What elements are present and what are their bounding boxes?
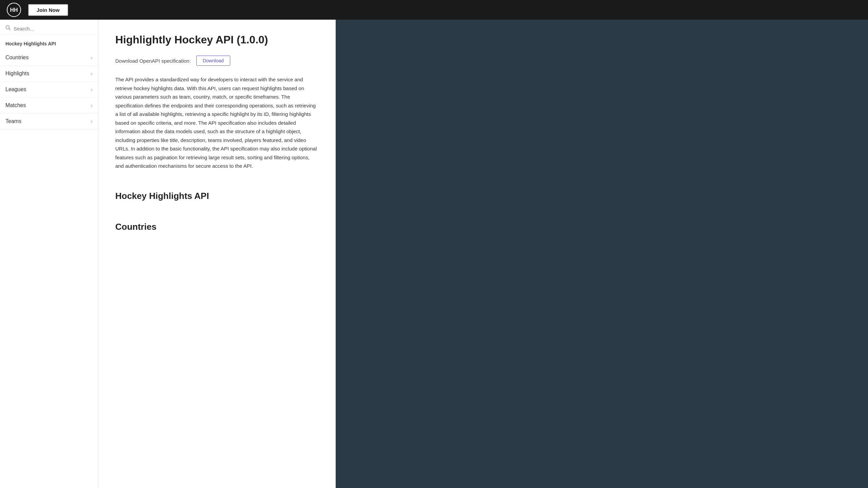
sidebar-item-label: Leagues: [5, 86, 26, 93]
sidebar-item-countries[interactable]: Countries ›: [0, 50, 98, 66]
api-description: The API provides a standardized way for …: [115, 75, 319, 170]
search-icon: [5, 25, 11, 32]
sidebar-item-leagues[interactable]: Leagues ›: [0, 82, 98, 98]
sidebar-item-label: Highlights: [5, 70, 29, 77]
sidebar-nav: Countries › Highlights › Leagues › Match…: [0, 50, 98, 488]
search-input[interactable]: [14, 26, 93, 32]
download-row: Download OpenAPI specification: Download: [115, 56, 319, 66]
sidebar-item-label: Teams: [5, 118, 21, 124]
search-wrapper: [5, 25, 93, 32]
chevron-right-icon: ›: [91, 87, 93, 92]
chevron-right-icon: ›: [91, 119, 93, 124]
search-container: [0, 20, 98, 35]
download-button[interactable]: Download: [196, 56, 230, 66]
download-label: Download OpenAPI specification:: [115, 58, 191, 64]
section-title-api: Hockey Highlights API: [115, 191, 319, 201]
sidebar-item-label: Countries: [5, 55, 28, 61]
sidebar-item-highlights[interactable]: Highlights ›: [0, 66, 98, 82]
sidebar: Hockey Highlights API Countries › Highli…: [0, 20, 98, 488]
sidebar-item-teams[interactable]: Teams ›: [0, 114, 98, 129]
chevron-right-icon: ›: [91, 71, 93, 76]
navbar: HH Join Now: [0, 0, 868, 20]
join-now-button[interactable]: Join Now: [28, 4, 68, 16]
right-panel: [336, 20, 868, 488]
section-title-countries: Countries: [115, 222, 319, 232]
main-layout: Hockey Highlights API Countries › Highli…: [0, 20, 868, 488]
page-title: Highlightly Hockey API (1.0.0): [115, 33, 319, 46]
sidebar-item-label: Matches: [5, 102, 26, 108]
svg-line-3: [9, 29, 11, 30]
svg-text:HH: HH: [10, 7, 18, 13]
sidebar-item-matches[interactable]: Matches ›: [0, 98, 98, 114]
chevron-right-icon: ›: [91, 103, 93, 108]
chevron-right-icon: ›: [91, 55, 93, 60]
sidebar-api-title: Hockey Highlights API: [0, 35, 98, 50]
logo: HH: [7, 3, 21, 17]
main-content: Highlightly Hockey API (1.0.0) Download …: [98, 20, 336, 488]
